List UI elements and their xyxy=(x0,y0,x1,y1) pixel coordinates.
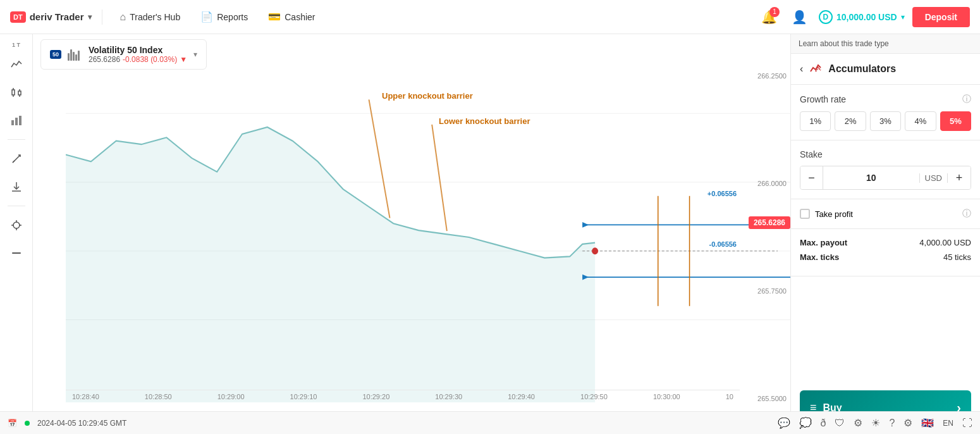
back-button[interactable]: ‹ xyxy=(800,63,803,75)
chart-area: 50 Volatility 50 Index 265.6286 -0.0838 … xyxy=(33,34,790,434)
rate-1-button[interactable]: 1% xyxy=(800,111,831,131)
language-flag-icon[interactable]: 🇬🇧 xyxy=(921,417,934,429)
take-profit-left: Take profit xyxy=(800,209,853,219)
pencil-icon xyxy=(10,152,23,165)
current-price-tag: 265.6286 xyxy=(749,216,790,229)
toolbar-divider-1 xyxy=(8,139,25,140)
svg-rect-3 xyxy=(18,91,21,95)
svg-rect-0 xyxy=(12,90,15,95)
nav-right-area: 🔔 1 👤 D 10,000.00 USD ▾ Deposit xyxy=(758,6,970,28)
price-level-2: 265.7500 xyxy=(744,287,787,295)
notification-badge: 1 xyxy=(769,7,780,17)
deposit-button[interactable]: Deposit xyxy=(912,7,970,27)
nav-cashier-label: Cashier xyxy=(285,12,315,22)
svg-rect-8 xyxy=(19,116,21,125)
chat-icon[interactable]: 💭 xyxy=(799,417,812,429)
accumulators-icon xyxy=(808,61,823,77)
time-3: 10:29:10 xyxy=(290,393,317,400)
nav-reports[interactable]: 📄 Reports xyxy=(193,7,255,27)
balance-amount: 10,000.00 USD xyxy=(836,12,897,22)
fullscreen-icon[interactable]: ⛶ xyxy=(962,418,972,429)
bottom-icons-area: 💬 💭 ð 🛡 ⚙ ☀ ? ⚙ 🇬🇧 EN ⛶ xyxy=(778,417,972,429)
bottom-status-bar: 📅 2024-04-05 10:29:45 GMT 💬 💭 ð 🛡 ⚙ ☀ ? … xyxy=(0,411,980,434)
take-profit-info-icon[interactable]: ⓘ xyxy=(962,208,971,220)
crosshair-icon xyxy=(10,219,23,232)
stake-title: Stake xyxy=(800,149,971,159)
lower-level-label: -0.06556 xyxy=(709,240,737,248)
learn-trade-type-bar[interactable]: Learn about this trade type xyxy=(791,34,980,54)
balance-area[interactable]: D 10,000.00 USD ▾ xyxy=(819,10,905,24)
learn-text: Learn about this trade type xyxy=(799,39,889,48)
bar-chart-button[interactable] xyxy=(5,109,28,132)
nav-traders-hub[interactable]: ⌂ Trader's Hub xyxy=(113,8,188,27)
time-4: 10:29:20 xyxy=(362,393,389,400)
deriv-icon[interactable]: ð xyxy=(821,418,826,429)
language-label: EN xyxy=(943,419,953,428)
line-chart-icon xyxy=(10,58,23,71)
whatsapp-icon[interactable]: 💬 xyxy=(778,417,790,429)
time-7: 10:29:50 xyxy=(580,393,608,400)
timestamp: 2024-04-05 10:29:45 GMT xyxy=(37,419,126,428)
svg-rect-7 xyxy=(15,118,18,125)
svg-marker-23 xyxy=(66,127,595,402)
line-chart-button[interactable] xyxy=(5,53,28,76)
nav-reports-label: Reports xyxy=(217,12,248,22)
instrument-selector[interactable]: 50 Volatility 50 Index 265.6286 -0.0838 … xyxy=(40,39,207,70)
crosshair-button[interactable] xyxy=(5,214,28,237)
rate-buttons-group: 1% 2% 3% 4% 5% xyxy=(800,111,971,131)
brand-caret-icon: ▾ xyxy=(88,13,92,22)
panel-title: Accumulators xyxy=(828,63,896,75)
take-profit-checkbox[interactable] xyxy=(800,209,810,219)
growth-rate-info-icon[interactable]: ⓘ xyxy=(962,94,971,105)
nav-divider-1 xyxy=(102,9,102,25)
currency-icon: D xyxy=(819,10,833,24)
stake-control: − 10 USD + xyxy=(800,166,971,190)
user-profile-button[interactable]: 👤 xyxy=(788,6,811,28)
balance-caret-icon: ▾ xyxy=(901,13,905,22)
svg-point-13 xyxy=(13,222,20,228)
time-6: 10:29:40 xyxy=(508,393,535,400)
growth-rate-section: Growth rate ⓘ 1% 2% 3% 4% 5% xyxy=(791,85,980,140)
nav-cashier[interactable]: 💳 Cashier xyxy=(260,7,322,27)
stake-plus-button[interactable]: + xyxy=(948,166,971,189)
svg-marker-27 xyxy=(582,222,589,228)
shield-icon[interactable]: 🛡 xyxy=(835,418,845,429)
instrument-price-row: 265.6286 -0.0838 (0.03%) ▼ xyxy=(89,55,187,64)
down-arrow-icon: ▼ xyxy=(180,55,187,64)
download-button[interactable] xyxy=(5,175,28,198)
download-icon xyxy=(10,180,23,193)
candle-chart-icon xyxy=(10,86,23,99)
candle-chart-button[interactable] xyxy=(5,81,28,104)
settings-circular-icon[interactable]: ⚙ xyxy=(854,417,862,429)
take-profit-section: Take profit ⓘ xyxy=(791,199,980,229)
notification-button[interactable]: 🔔 1 xyxy=(758,6,781,28)
panel-navigation: ‹ Accumulators xyxy=(791,54,980,85)
rate-3-button[interactable]: 3% xyxy=(870,111,901,131)
rate-5-button[interactable]: 5% xyxy=(940,111,971,131)
max-payout-row: Max. payout 4,000.00 USD xyxy=(800,238,971,247)
sun-icon[interactable]: ☀ xyxy=(871,417,880,429)
instrument-info: Volatility 50 Index 265.6286 -0.0838 (0.… xyxy=(89,45,187,64)
minus-zoom-button[interactable] xyxy=(5,242,28,264)
svg-line-10 xyxy=(13,161,15,163)
draw-tool-button[interactable] xyxy=(5,147,28,170)
home-icon: ⌂ xyxy=(120,11,126,23)
price-level-4: 266.2500 xyxy=(744,72,787,80)
time-axis: 10:28:40 10:28:50 10:29:00 10:29:10 10:2… xyxy=(66,390,740,402)
time-0: 10:28:40 xyxy=(72,393,99,400)
rate-4-button[interactable]: 4% xyxy=(905,111,936,131)
help-icon[interactable]: ? xyxy=(889,418,895,429)
stake-minus-button[interactable]: − xyxy=(800,166,823,189)
growth-rate-title: Growth rate xyxy=(800,94,846,104)
cashier-icon: 💳 xyxy=(268,11,281,23)
gear-icon[interactable]: ⚙ xyxy=(903,417,912,429)
main-layout: 1 T xyxy=(0,34,980,434)
svg-rect-18 xyxy=(12,252,21,254)
stake-section: Stake − 10 USD + xyxy=(791,140,980,199)
brand-name: deriv Trader xyxy=(30,11,84,22)
rate-2-button[interactable]: 2% xyxy=(835,111,866,131)
svg-point-29 xyxy=(592,247,598,254)
time-9: 10 xyxy=(726,393,733,400)
max-payout-label: Max. payout xyxy=(800,238,847,247)
brand-logo-area[interactable]: DT deriv Trader ▾ xyxy=(10,11,92,23)
